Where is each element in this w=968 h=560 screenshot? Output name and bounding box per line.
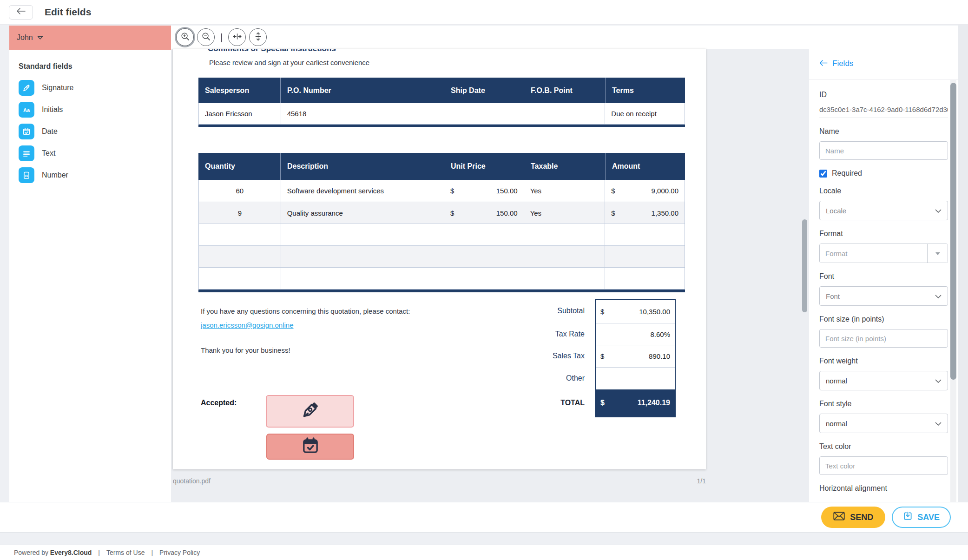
table-row: [199, 245, 685, 267]
total-label: Tax Rate: [525, 323, 595, 345]
contact-email-link[interactable]: jason.ericsson@gosign.online: [201, 321, 294, 329]
save-button-label: SAVE: [917, 513, 940, 522]
save-download-icon: [903, 511, 913, 523]
panel-scrollbar-thumb[interactable]: [950, 83, 956, 380]
page-scroll-gutter: [958, 25, 968, 502]
table-cell: [444, 268, 524, 289]
info-table: Salesperson P.O. Number Ship Date F.O.B.…: [198, 78, 685, 127]
footer-divider: |: [151, 549, 153, 556]
locale-label: Locale: [819, 187, 948, 195]
sidebar-item-label: Text: [42, 149, 55, 158]
column-header: Quantity: [198, 153, 280, 180]
table-cell: $150.00: [444, 202, 524, 224]
format-input[interactable]: [820, 244, 927, 263]
text-color-input[interactable]: [819, 456, 948, 475]
recipient-selector[interactable]: John: [9, 26, 171, 50]
document-workspace: | Comments or Special Instructions Pleas…: [171, 26, 809, 502]
line-items-table: Quantity Description Unit Price Taxable …: [198, 153, 685, 292]
locale-select[interactable]: Locale: [819, 201, 948, 220]
accepted-label: Accepted:: [201, 399, 237, 407]
table-bottom-rule: [198, 125, 685, 127]
sidebar-item-text[interactable]: Text: [9, 142, 171, 164]
font-label: Font: [819, 272, 948, 281]
file-name: quotation.pdf: [173, 477, 211, 485]
column-header: Taxable: [524, 153, 605, 180]
sidebar-item-label: Number: [42, 171, 68, 179]
format-label: Format: [819, 230, 948, 238]
properties-panel: Fields ID dc35c0e1-3a7c-4162-9ad0-1168d6…: [809, 26, 958, 502]
sidebar-item-label: Signature: [42, 84, 74, 92]
table-cell: Jason Ericsson: [199, 103, 281, 124]
table-cell: [281, 224, 444, 245]
table-cell: [199, 246, 281, 267]
table-cell: Software development services: [281, 180, 444, 202]
recipient-name: John: [17, 33, 33, 42]
format-dropdown-button[interactable]: [927, 244, 948, 263]
total-value-row: $890.10: [596, 345, 675, 367]
sidebar-item-date[interactable]: Date: [9, 120, 171, 142]
format-combo: [819, 244, 948, 263]
items-table-header: Quantity Description Unit Price Taxable …: [198, 153, 685, 180]
fields-back-link[interactable]: Fields: [819, 59, 853, 68]
table-row: [199, 267, 685, 289]
column-header: Ship Date: [444, 78, 524, 103]
id-value: dc35c0e1-3a7c-4162-9ad0-1168d6d72d30: [819, 105, 948, 118]
table-bottom-rule: [198, 290, 685, 292]
total-value-row: [596, 367, 675, 389]
back-button[interactable]: [9, 5, 33, 20]
signature-field-placeholder[interactable]: [266, 395, 354, 428]
powered-by-text: Powered by Every8.Cloud: [14, 549, 92, 556]
zoom-out-button[interactable]: [197, 28, 215, 46]
font-style-label: Font style: [819, 400, 948, 408]
required-row: Required: [819, 169, 948, 178]
column-header: Terms: [605, 78, 685, 103]
totals-values: $10,350.00 8.60% $890.10 $11,240.19: [595, 299, 676, 417]
table-cell: 9: [199, 202, 281, 224]
table-cell: [281, 268, 444, 289]
font-weight-select[interactable]: normal: [819, 371, 948, 390]
font-size-input[interactable]: [819, 329, 948, 348]
fit-height-icon: [253, 32, 263, 43]
totals-labels: Subtotal Tax Rate Sales Tax Other TOTAL: [525, 299, 595, 417]
table-cell: [524, 268, 605, 289]
total-label: TOTAL: [525, 389, 595, 416]
table-row: [199, 224, 685, 245]
date-field-placeholder[interactable]: [266, 434, 354, 460]
required-checkbox[interactable]: [819, 170, 827, 178]
table-cell: Due on receipt: [605, 103, 685, 124]
table-cell: Yes: [524, 202, 605, 224]
sidebar-item-label: Initials: [42, 105, 63, 114]
privacy-policy-link[interactable]: Privacy Policy: [159, 549, 200, 556]
signature-pen-icon: [299, 400, 321, 423]
font-weight-label: Font weight: [819, 357, 948, 365]
zoom-in-icon: [180, 32, 190, 43]
fit-height-button[interactable]: [249, 28, 267, 46]
name-input[interactable]: [819, 141, 948, 160]
zoom-in-button[interactable]: [176, 28, 194, 46]
document-caption: quotation.pdf 1/1: [173, 477, 706, 485]
terms-of-use-link[interactable]: Terms of Use: [106, 549, 145, 556]
brand-name: Every8.Cloud: [50, 549, 92, 556]
viewer-scrollbar[interactable]: [802, 219, 807, 312]
table-cell: [444, 246, 524, 267]
save-button[interactable]: SAVE: [892, 507, 951, 528]
sidebar-item-label: Date: [42, 127, 58, 136]
sidebar-item-number[interactable]: 01 Number: [9, 164, 171, 186]
column-header: Salesperson: [198, 78, 280, 103]
chevron-down-icon: [935, 207, 942, 215]
table-row: 60 Software development services $150.00…: [199, 180, 685, 202]
sidebar-item-signature[interactable]: Signature: [9, 77, 171, 99]
required-label: Required: [832, 169, 862, 178]
chevron-down-icon: [935, 420, 942, 428]
total-label: Other: [525, 367, 595, 389]
svg-text:Aa: Aa: [23, 107, 30, 112]
send-button[interactable]: SEND: [821, 507, 885, 528]
table-row: 9 Quality assurance $150.00 Yes $1,350.0…: [199, 202, 685, 224]
font-style-select[interactable]: normal: [819, 414, 948, 433]
fit-width-button[interactable]: [228, 28, 246, 46]
font-select[interactable]: Font: [819, 286, 948, 306]
column-header: P.O. Number: [280, 78, 444, 103]
grand-total-row: $11,240.19: [596, 389, 675, 416]
sidebar-item-initials[interactable]: Aa Initials: [9, 99, 171, 120]
chevron-down-icon: [37, 33, 43, 42]
